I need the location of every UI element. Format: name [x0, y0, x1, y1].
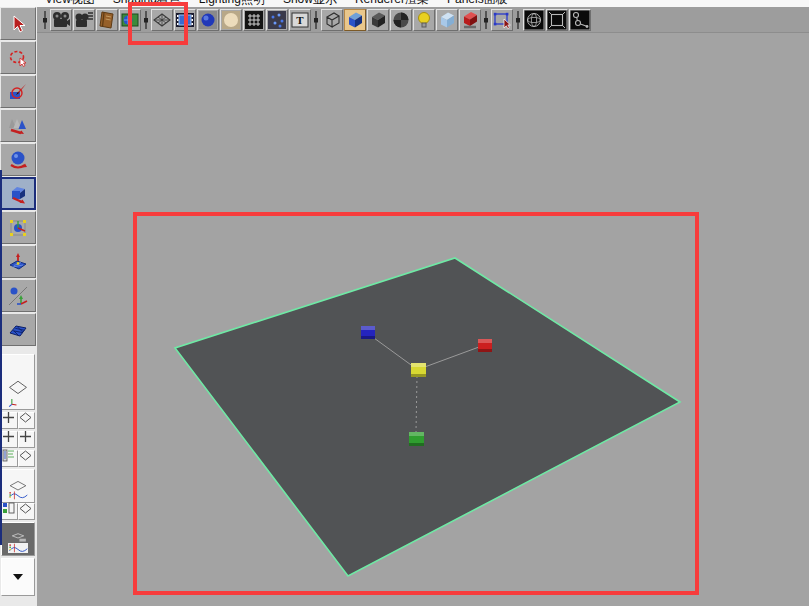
grid-plane-blue-icon [8, 320, 28, 340]
maya-viewport-window: View视图Shading着色Lighting照明Show显示Renderer渲… [0, 0, 809, 606]
shaded-cube-icon [345, 10, 365, 30]
shadow-cube-button[interactable] [459, 9, 481, 31]
small-persp-icon [19, 411, 34, 431]
bookmark-book-icon [97, 10, 117, 30]
layout-dropdown-arrow-icon [13, 574, 23, 580]
persp-over-curve-icon [8, 476, 28, 496]
joint-chain-icon [570, 10, 590, 30]
toolbar-separator [514, 9, 522, 31]
frame-cube-icon [547, 10, 567, 30]
outliner-list-icon [2, 449, 17, 469]
hypershade-persp-layout-button[interactable] [1, 503, 18, 520]
paint-select-tool-button[interactable] [0, 75, 36, 108]
checker-sphere-button[interactable] [390, 9, 412, 31]
svg-text:T: T [296, 14, 304, 26]
menu-item-panels[interactable]: Panels面板 [447, 0, 508, 7]
lasso-tool-button[interactable] [0, 41, 36, 74]
joint-chain-button[interactable] [569, 9, 591, 31]
toolbar-separator [482, 9, 490, 31]
hypershade-persp-layout-persp-button[interactable] [18, 503, 35, 520]
rotate-tool-icon [8, 150, 28, 170]
outliner-persp-layout-persp-button[interactable] [18, 450, 35, 467]
layout-two-pane-right-button[interactable] [18, 412, 35, 429]
toolbar-highlight-annotation [128, 2, 188, 45]
plus-pane-icon [19, 430, 34, 450]
four-pane-layout-button-2[interactable] [18, 431, 35, 448]
four-pane-layout-button[interactable] [1, 431, 18, 448]
light-bulb-icon [414, 10, 434, 30]
small-persp-icon [19, 449, 34, 469]
lasso-icon [8, 48, 28, 68]
universal-manipulator-button[interactable] [0, 211, 36, 244]
hypershade-graph-layout-button[interactable] [1, 522, 35, 556]
layout-two-pane-left-button[interactable] [1, 412, 18, 429]
menu-item-lighting[interactable]: Lighting照明 [199, 0, 265, 7]
light-bulb-button[interactable] [413, 9, 435, 31]
bounding-cube-icon [368, 10, 388, 30]
wireframe-cube-button[interactable] [321, 9, 343, 31]
flat-shade-circle-button[interactable] [220, 9, 242, 31]
small-persp-icon [19, 502, 34, 522]
bounding-cube-button[interactable] [367, 9, 389, 31]
camera-attributes-button[interactable] [73, 9, 95, 31]
quick-layout-buttons [1, 354, 36, 596]
move-tool-icon [8, 116, 28, 136]
hypershade-grid-icon [2, 502, 17, 522]
single-pane-layout-button[interactable] [1, 354, 35, 410]
smooth-shade-sphere-icon [198, 10, 218, 30]
select-tool-button[interactable] [0, 7, 36, 40]
shadow-cube-icon [460, 10, 480, 30]
menu-item-view[interactable]: View视图 [45, 0, 95, 7]
point-material-button[interactable] [266, 9, 288, 31]
show-manipulator-icon [8, 286, 28, 306]
scale-tool-icon [8, 184, 28, 204]
show-manipulator-button[interactable] [0, 279, 36, 312]
textured-icon: T [290, 10, 310, 30]
window-edge-highlight [0, 170, 2, 545]
select-arrow-icon [8, 14, 28, 34]
toolbar-separator [41, 9, 49, 31]
textured-button[interactable]: T [289, 9, 311, 31]
plus-pane-icon [2, 411, 17, 431]
sky-cube-button[interactable] [436, 9, 458, 31]
soft-modification-icon [8, 252, 28, 272]
sky-cube-icon [437, 10, 457, 30]
wireframe-cube-icon [322, 10, 342, 30]
tool-box [0, 7, 37, 606]
shaded-cube-button[interactable] [344, 9, 366, 31]
scale-tool-button[interactable] [0, 177, 36, 210]
wire-sphere-button[interactable] [523, 9, 545, 31]
wireframe-on-shaded-button[interactable] [243, 9, 265, 31]
bookmark-book-button[interactable] [96, 9, 118, 31]
movie-camera-icon [51, 10, 71, 30]
wire-sphere-icon [524, 10, 544, 30]
frame-cube-button[interactable] [546, 9, 568, 31]
camera-attributes-icon [74, 10, 94, 30]
outliner-persp-layout-button[interactable] [1, 450, 18, 467]
universal-manipulator-icon [8, 218, 28, 238]
flat-shade-circle-icon [221, 10, 241, 30]
menu-item-renderer[interactable]: Renderer渲染 [355, 0, 429, 7]
menu-item-show[interactable]: Show显示 [283, 0, 337, 7]
layout-dropdown-button[interactable] [1, 558, 35, 596]
checker-sphere-icon [391, 10, 411, 30]
grid-tool-button[interactable] [0, 313, 36, 346]
wireframe-on-shaded-icon [244, 10, 264, 30]
isolate-select-icon [492, 10, 512, 30]
soft-modification-button[interactable] [0, 245, 36, 278]
single-pane-icon [8, 372, 28, 392]
isolate-select-button[interactable] [491, 9, 513, 31]
toolbar-separator [312, 9, 320, 31]
movie-camera-button[interactable] [50, 9, 72, 31]
paint-brush-icon [8, 82, 28, 102]
viewport-highlight-annotation [133, 212, 699, 595]
point-material-icon [267, 10, 287, 30]
persp-graph-layout-button[interactable] [1, 469, 35, 503]
move-tool-button[interactable] [0, 109, 36, 142]
smooth-shade-sphere-button[interactable] [197, 9, 219, 31]
hypershade-over-curve-icon [8, 529, 28, 549]
rotate-tool-button[interactable] [0, 143, 36, 176]
plus-pane-icon [2, 430, 17, 450]
